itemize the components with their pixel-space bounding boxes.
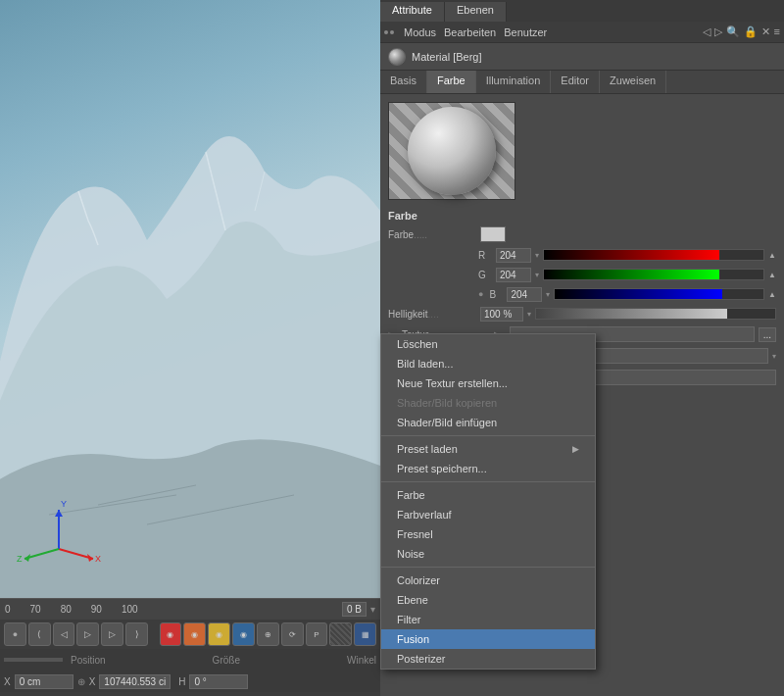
tab-farbe[interactable]: Farbe	[427, 71, 476, 93]
menu-separator	[381, 481, 595, 482]
top-tabs: Attribute Ebenen	[380, 0, 784, 22]
r-arrow[interactable]: ▾	[535, 251, 539, 260]
x-label: X	[4, 676, 11, 687]
menu-separator	[381, 567, 595, 568]
farbe-row: Farbe.....	[380, 224, 784, 245]
menu-item-presetladen[interactable]: Preset laden▶	[381, 439, 595, 459]
b-max-arrow[interactable]: ▲	[768, 290, 776, 299]
next-frame[interactable]: ▷	[101, 622, 123, 646]
svg-line-0	[59, 549, 93, 559]
menu-item-presetspeichern[interactable]: Preset speichern...	[381, 459, 595, 478]
play-button[interactable]: ▷	[76, 622, 99, 646]
farbe-label: Farbe.....	[388, 229, 476, 240]
h-value[interactable]: 0 °	[189, 674, 248, 689]
nav-left-icon[interactable]: ◁	[703, 25, 710, 38]
section-farbe-label: Farbe	[380, 208, 784, 224]
anim-btn5[interactable]: ⊕	[257, 622, 279, 646]
menu-item-shaderbildeinfgen[interactable]: Shader/Bild einfügen	[381, 413, 595, 432]
prev-keyframe[interactable]: ⟨	[28, 622, 51, 646]
svg-text:Z: Z	[17, 554, 23, 564]
tl-num-0: 0	[5, 604, 11, 615]
r-max-arrow[interactable]: ▲	[768, 251, 776, 260]
tab-editor[interactable]: Editor	[551, 71, 600, 93]
material-header: Material [Berg]	[380, 43, 784, 71]
menu-item-farbe[interactable]: Farbe	[381, 485, 595, 505]
h-label: H	[178, 676, 185, 687]
winkel-label: Winkel	[347, 655, 376, 666]
menu-item-posterizer[interactable]: Posterizer	[381, 649, 595, 669]
close-icon[interactable]: ✕	[761, 25, 770, 38]
menu-bearbeiten[interactable]: Bearbeiten	[444, 26, 496, 38]
tab-ebenen[interactable]: Ebenen	[445, 2, 507, 22]
menu-benutzer[interactable]: Benutzer	[504, 26, 547, 38]
brightness-arrow[interactable]: ▾	[527, 310, 531, 319]
next-keyframe[interactable]: ⟩	[125, 622, 148, 646]
color-swatch[interactable]	[480, 226, 506, 242]
prev-frame[interactable]: ◁	[53, 622, 75, 646]
r-bar	[543, 249, 764, 261]
menu-item-fusion[interactable]: Fusion	[381, 629, 595, 649]
b-channel-row: ● B ▾ ▲	[380, 284, 784, 304]
menu-item-shaderbildkopieren: Shader/Bild kopieren	[381, 393, 595, 413]
tab-zuweisen[interactable]: Zuweisen	[600, 71, 666, 93]
menu-item-colorizer[interactable]: Colorizer	[381, 571, 595, 590]
tab-basis[interactable]: Basis	[380, 71, 427, 93]
tl-num-100: 100	[122, 604, 138, 615]
y-label: X	[89, 676, 96, 687]
x-value[interactable]: 0 cm	[15, 674, 74, 689]
anim-btn6[interactable]: ⟳	[281, 622, 304, 646]
menu-item-farbverlauf[interactable]: Farbverlauf	[381, 505, 595, 524]
submenu-arrow: ▶	[572, 444, 579, 454]
transform-labels: Position Größe Winkel	[0, 649, 380, 671]
y-value[interactable]: 107440.553 ci	[99, 674, 171, 689]
brightness-value[interactable]	[480, 307, 523, 322]
menu-item-noise[interactable]: Noise	[381, 544, 595, 564]
menu-item-filter[interactable]: Filter	[381, 610, 595, 629]
anim-btn9[interactable]: ▦	[354, 622, 376, 646]
svg-text:X: X	[95, 554, 101, 564]
menu-item-lschen[interactable]: Löschen	[381, 334, 595, 354]
property-tabs: Basis Farbe Illumination Editor Zuweisen	[380, 71, 784, 94]
mischmodus-arrow[interactable]: ▾	[772, 352, 776, 361]
tl-num-70: 70	[30, 604, 41, 615]
g-arrow[interactable]: ▾	[535, 271, 539, 279]
textur-menu-btn[interactable]: ...	[759, 327, 776, 342]
menu-item-fresnel[interactable]: Fresnel	[381, 524, 595, 544]
timeline-ruler: 0 70 80 90 100 0 B ▾	[0, 598, 380, 620]
timeline: 0 70 80 90 100 0 B ▾ ● ⟨ ◁ ▷ ▷ ⟩ ◉ ◉ ◉ ◉…	[0, 598, 380, 696]
position-label: Position	[71, 655, 106, 666]
brightness-label: Helligkeit....	[388, 309, 476, 320]
record-button[interactable]: ●	[4, 622, 26, 646]
tab-illumination[interactable]: Illumination	[476, 71, 552, 93]
tab-attribute[interactable]: Attribute	[380, 2, 445, 22]
anim-btn7[interactable]: P	[306, 622, 328, 646]
anim-btn3[interactable]: ◉	[208, 622, 230, 646]
b-arrow[interactable]: ▾	[546, 290, 550, 299]
lock-icon[interactable]: 🔒	[744, 25, 758, 38]
nav-right-icon[interactable]: ▷	[714, 25, 722, 38]
more-icon[interactable]: ≡	[774, 25, 780, 38]
playback-controls: ● ⟨ ◁ ▷ ▷ ⟩ ◉ ◉ ◉ ◉ ⊕ ⟳ P ▦	[0, 620, 380, 649]
anim-record-btn[interactable]: ◉	[160, 622, 182, 646]
b-value[interactable]	[507, 287, 542, 302]
g-value[interactable]	[496, 268, 531, 282]
menu-modus[interactable]: Modus	[404, 26, 436, 38]
anim-btn2[interactable]: ◉	[183, 622, 206, 646]
menu-item-ebene[interactable]: Ebene	[381, 590, 595, 610]
g-label: G	[478, 270, 492, 280]
brightness-row: Helligkeit.... ▾	[380, 304, 784, 323]
svg-line-4	[24, 549, 59, 559]
r-value[interactable]	[496, 248, 531, 263]
right-panel: Attribute Ebenen Modus Bearbeiten Benutz…	[380, 0, 784, 696]
menu-separator	[381, 435, 595, 436]
g-max-arrow[interactable]: ▲	[768, 271, 776, 279]
menu-item-neuetexturerstellen[interactable]: Neue Textur erstellen...	[381, 373, 595, 393]
preview-sphere	[408, 107, 496, 195]
anim-btn8[interactable]	[329, 622, 352, 646]
menu-icons: ◁ ▷ 🔍 🔒 ✕ ≡	[703, 25, 780, 38]
viewport[interactable]: X Y Z 0 70 80 90 100 0 B ▾ ● ⟨ ◁ ▷ ▷ ⟩ ◉…	[0, 0, 380, 696]
menu-item-bildladen[interactable]: Bild laden...	[381, 354, 595, 373]
context-menu: LöschenBild laden...Neue Textur erstelle…	[380, 333, 596, 670]
anim-btn4[interactable]: ◉	[232, 622, 255, 646]
search-icon[interactable]: 🔍	[726, 25, 740, 38]
